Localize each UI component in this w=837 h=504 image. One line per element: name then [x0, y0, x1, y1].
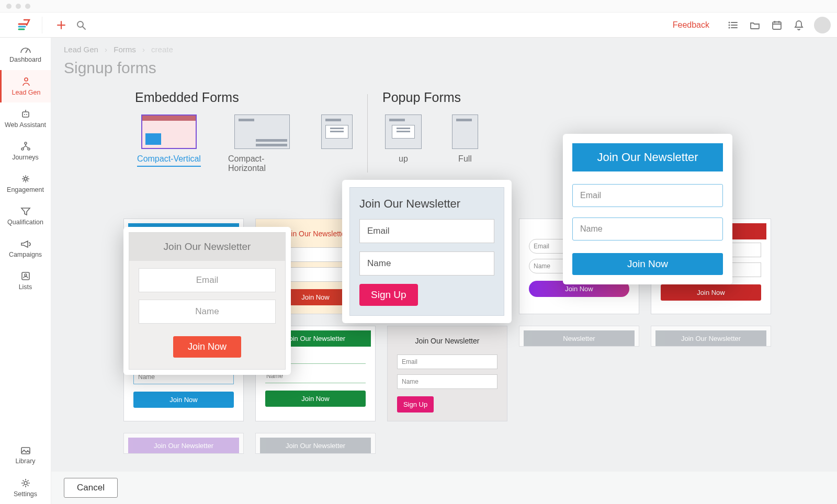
- svg-point-11: [28, 148, 30, 150]
- name-field[interactable]: Name: [139, 300, 276, 324]
- type-label: Full: [458, 154, 472, 164]
- svg-point-2: [729, 24, 730, 26]
- traffic-light-minimize[interactable]: [16, 4, 21, 9]
- sidebar-item-label: Qualification: [7, 219, 43, 226]
- cancel-button[interactable]: Cancel: [64, 478, 118, 498]
- name-field[interactable]: Name: [397, 374, 497, 389]
- gauge-icon: [20, 44, 31, 54]
- sidebar-item-dashboard[interactable]: Dashboard: [0, 38, 51, 70]
- template-card[interactable]: Join Our Newsletter: [255, 433, 376, 454]
- thumb-compact-vertical: [141, 114, 197, 149]
- sidebar-item-campaigns[interactable]: Campaigns: [0, 232, 51, 265]
- svg-point-5: [25, 78, 28, 81]
- sidebar-item-settings[interactable]: Settings: [0, 472, 51, 504]
- svg-point-1: [729, 21, 730, 23]
- type-compact-vertical[interactable]: Compact-Vertical: [135, 114, 203, 173]
- email-field[interactable]: Email: [359, 219, 494, 243]
- sidebar-item-label: Web Assistant: [5, 121, 46, 129]
- avatar[interactable]: [814, 17, 831, 33]
- sidebar-item-label: Journeys: [12, 154, 39, 161]
- search-button[interactable]: [74, 18, 88, 32]
- template-card[interactable]: Join Our Newsletter: [651, 326, 771, 347]
- svg-point-3: [729, 27, 730, 28]
- name-field[interactable]: Name: [359, 251, 494, 276]
- sidebar: Dashboard Lead Gen Web Assistant Journey…: [0, 38, 51, 504]
- section-heading-popup: Popup Forms: [382, 90, 481, 105]
- feedback-link[interactable]: Feedback: [673, 20, 709, 30]
- topbar: Feedback: [0, 13, 837, 38]
- megaphone-icon: [20, 238, 31, 249]
- sidebar-item-label: Campaigns: [9, 251, 42, 258]
- join-now-button[interactable]: Join Now: [173, 336, 241, 358]
- type-full[interactable]: Full: [449, 114, 481, 164]
- template-title: Join Our Newsletter: [128, 438, 239, 454]
- funnel-icon: [20, 206, 31, 216]
- popup-title: Join Our Newsletter: [129, 233, 285, 261]
- template-cta-button[interactable]: Join Now: [133, 392, 234, 408]
- svg-point-8: [26, 114, 27, 115]
- add-button[interactable]: [54, 18, 69, 32]
- template-card[interactable]: Join Our NewsletterEmailNameSign Up: [387, 326, 507, 421]
- type-label: Compact-Vertical: [137, 154, 201, 167]
- sidebar-item-label: Settings: [14, 490, 37, 498]
- traffic-light-zoom[interactable]: [25, 4, 30, 9]
- svg-rect-15: [21, 448, 30, 454]
- robot-icon: [20, 109, 31, 119]
- sidebar-item-qualification[interactable]: Qualification: [0, 200, 51, 232]
- template-card[interactable]: Newsletter: [519, 326, 639, 347]
- leadgen-icon: [20, 76, 32, 87]
- template-cta-button[interactable]: Join Now: [265, 391, 366, 407]
- sidebar-item-lead-gen[interactable]: Lead Gen: [0, 70, 51, 102]
- contacts-icon: [20, 271, 31, 281]
- name-field[interactable]: Name: [572, 217, 723, 240]
- svg-point-9: [25, 142, 27, 144]
- type-label: up: [399, 154, 408, 164]
- template-title: Newsletter: [524, 330, 635, 347]
- email-field[interactable]: Email: [397, 354, 497, 369]
- popup-title: Join Our Newsletter: [359, 197, 494, 211]
- main: Dashboard Lead Gen Web Assistant Journey…: [0, 38, 837, 504]
- app-logo: [16, 18, 30, 32]
- thumb-page-center: [321, 114, 353, 149]
- preview-popup-2: Join Our Newsletter Email Name Sign Up: [342, 180, 512, 323]
- bell-icon[interactable]: [790, 16, 808, 34]
- template-cta-button[interactable]: Sign Up: [397, 396, 434, 413]
- thumb-compact-horizontal: [234, 114, 290, 149]
- calendar-icon[interactable]: [768, 16, 786, 34]
- sidebar-item-web-assistant[interactable]: Web Assistant: [0, 102, 51, 135]
- type-popup[interactable]: up: [382, 114, 424, 164]
- svg-point-10: [21, 148, 24, 150]
- preview-popup-1: Join Our Newsletter Email Name Join Now: [123, 227, 291, 375]
- folder-icon[interactable]: [746, 16, 764, 34]
- sidebar-item-label: Dashboard: [9, 56, 41, 63]
- traffic-light-close[interactable]: [6, 4, 12, 9]
- type-label: Compact-Horizontal: [228, 154, 296, 173]
- svg-rect-4: [773, 22, 781, 29]
- template-cta-button[interactable]: Join Now: [661, 284, 761, 301]
- template-card[interactable]: Join Our Newsletter: [123, 433, 244, 454]
- template-title: Join Our Newsletter: [260, 438, 371, 454]
- bottom-bar: Cancel: [51, 472, 837, 504]
- thumb-full: [452, 114, 478, 149]
- type-page-center[interactable]: [321, 114, 353, 173]
- sidebar-item-engagement[interactable]: Engagement: [0, 167, 51, 200]
- sidebar-item-label: Lists: [19, 283, 32, 291]
- email-field[interactable]: Email: [139, 268, 276, 292]
- sidebar-item-label: Engagement: [7, 186, 44, 193]
- svg-rect-6: [22, 112, 29, 117]
- template-title: Join Our Newsletter: [655, 330, 766, 347]
- sidebar-item-label: Library: [15, 457, 35, 465]
- sign-up-button[interactable]: Sign Up: [359, 284, 418, 306]
- content: Lead Gen › Forms › create Signup forms E…: [51, 38, 837, 504]
- thumb-popup: [385, 114, 422, 149]
- list-icon[interactable]: [724, 16, 742, 34]
- gear-icon: [20, 478, 31, 488]
- sidebar-item-library[interactable]: Library: [0, 439, 51, 472]
- sidebar-item-lists[interactable]: Lists: [0, 265, 51, 297]
- svg-point-14: [25, 274, 27, 276]
- preview-popup-3: Join Our Newsletter Email Name Join Now: [563, 134, 732, 284]
- type-compact-horizontal[interactable]: Compact-Horizontal: [228, 114, 296, 173]
- sidebar-item-journeys[interactable]: Journeys: [0, 135, 51, 167]
- email-field[interactable]: Email: [572, 184, 723, 207]
- join-now-button[interactable]: Join Now: [572, 253, 723, 275]
